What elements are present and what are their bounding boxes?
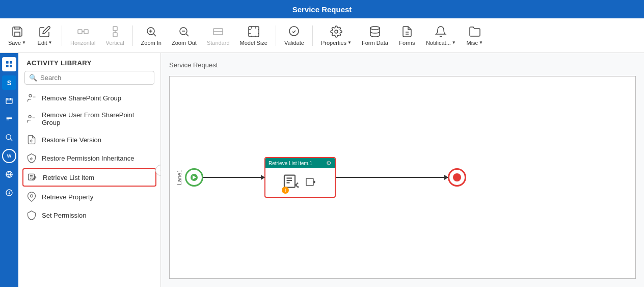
save-label: Save — [8, 40, 21, 46]
svg-line-32 — [10, 139, 12, 141]
nav-tasks-icon[interactable] — [2, 94, 16, 108]
save-icon — [11, 25, 23, 38]
svg-rect-3 — [113, 27, 117, 31]
sidebar-item-retrieve-list-item[interactable]: Retrieve List Item — [22, 168, 156, 187]
standard-button[interactable]: Standard — [203, 23, 234, 48]
restore-file-version-icon — [26, 135, 37, 145]
model-size-label: Model Size — [240, 40, 267, 46]
horizontal-button[interactable]: Horizontal — [66, 23, 100, 48]
divider-1 — [62, 25, 62, 46]
zoom-out-icon — [178, 25, 190, 38]
svg-point-39 — [29, 115, 31, 118]
zoom-in-button[interactable]: Zoom In — [137, 23, 166, 48]
svg-rect-4 — [113, 33, 117, 37]
nav-circle-icon[interactable] — [2, 186, 16, 200]
vertical-icon — [109, 25, 121, 38]
svg-point-17 — [370, 27, 380, 30]
notifications-button[interactable]: Notificat... ▼ — [422, 23, 460, 48]
vertical-label: Vertical — [106, 40, 124, 46]
misc-dropdown-icon: ▼ — [479, 40, 483, 45]
lane: Lane1 Retrieve List Item.1 ⚙ — [169, 76, 636, 279]
start-event[interactable] — [185, 168, 203, 187]
notifications-icon — [435, 25, 447, 38]
canvas: Service Request Lane1 Retrieve List Item… — [161, 53, 644, 287]
nav-heading-icon[interactable] — [2, 112, 16, 126]
forms-label: Forms — [399, 40, 415, 46]
flow-area: Retrieve List Item.1 ⚙ — [185, 76, 635, 278]
activity-library-sidebar: ACTIVITY LIBRARY 🔍 Remove SharePoint Gro… — [18, 53, 161, 287]
notifications-label: Notificat... — [426, 40, 451, 46]
end-event-inner — [453, 173, 461, 181]
model-size-button[interactable]: Model Size — [236, 23, 272, 48]
search-input[interactable] — [40, 74, 150, 82]
svg-rect-20 — [6, 61, 9, 64]
flow-arrow-2 — [336, 177, 448, 178]
save-button[interactable]: Save ▼ — [4, 23, 30, 48]
validate-button[interactable]: Validate — [280, 23, 308, 48]
end-event[interactable] — [448, 168, 466, 187]
nav-grid-icon[interactable] — [2, 57, 16, 71]
divider-3 — [276, 25, 276, 46]
form-data-button[interactable]: Form Data — [358, 23, 392, 48]
svg-rect-48 — [284, 175, 295, 187]
activity-node-main-icon: ! — [283, 173, 301, 193]
forms-icon — [401, 25, 413, 38]
activity-node-arrow-icon — [305, 176, 317, 190]
nav-sharepoint-icon[interactable]: S — [2, 75, 16, 90]
nav-globe-icon[interactable] — [2, 167, 16, 181]
nav-zoom-icon[interactable] — [2, 131, 16, 145]
set-permission-icon — [26, 210, 37, 220]
toolbar: Save ▼ Edit ▼ Horizontal Vertical Zoom I… — [0, 18, 644, 53]
properties-label: Properties — [321, 40, 346, 46]
validate-label: Validate — [284, 40, 304, 46]
activity-node-title: Retrieve List Item.1 — [269, 161, 312, 166]
start-event-inner — [191, 174, 198, 181]
standard-icon — [212, 25, 224, 38]
svg-point-16 — [335, 30, 338, 33]
svg-rect-22 — [6, 65, 9, 67]
sidebar-item-restore-permission-inheritance[interactable]: Restore Permission Inheritance — [18, 149, 160, 167]
svg-rect-21 — [10, 61, 12, 64]
misc-label: Misc — [466, 40, 478, 46]
svg-rect-52 — [306, 178, 313, 186]
zoom-out-label: Zoom Out — [172, 40, 197, 46]
edit-button[interactable]: Edit ▼ — [32, 23, 58, 48]
zoom-out-button[interactable]: Zoom Out — [168, 23, 201, 48]
sidebar-item-remove-user-sharepoint[interactable]: Remove User From SharePoint Group — [18, 107, 160, 131]
svg-point-31 — [6, 135, 11, 139]
forms-button[interactable]: Forms — [394, 23, 420, 48]
sidebar-item-restore-file-version[interactable]: Restore File Version — [18, 131, 160, 149]
standard-label: Standard — [207, 40, 230, 46]
save-dropdown-icon: ▼ — [22, 40, 26, 45]
svg-point-36 — [9, 193, 9, 194]
left-nav: S W — [0, 53, 18, 287]
svg-line-11 — [186, 34, 189, 36]
properties-button[interactable]: Properties ▼ — [317, 23, 356, 48]
svg-point-37 — [29, 94, 32, 97]
remove-user-sharepoint-icon — [26, 114, 37, 124]
sidebar-item-retrieve-property[interactable]: Retrieve Property — [18, 188, 160, 206]
svg-rect-15 — [249, 27, 259, 37]
retrieve-list-item-icon — [28, 172, 38, 182]
sidebar-item-label-retrieve-list-item: Retrieve List Item — [43, 174, 94, 181]
properties-dropdown-icon: ▼ — [347, 40, 352, 45]
vertical-button[interactable]: Vertical — [102, 23, 128, 48]
zoom-in-label: Zoom In — [141, 40, 162, 46]
sidebar-item-set-permission[interactable]: Set Permission — [18, 206, 160, 224]
svg-rect-0 — [78, 30, 82, 34]
sidebar-item-remove-sharepoint-group[interactable]: Remove SharePoint Group — [18, 89, 160, 107]
misc-button[interactable]: Misc ▼ — [462, 23, 488, 48]
activity-node-retrieve-list-item[interactable]: Retrieve List Item.1 ⚙ — [264, 157, 336, 198]
misc-icon — [469, 25, 481, 38]
svg-rect-1 — [84, 30, 88, 34]
activity-node-body: ! — [265, 168, 335, 197]
edit-dropdown-icon: ▼ — [48, 40, 52, 45]
form-data-label: Form Data — [362, 40, 388, 46]
horizontal-label: Horizontal — [70, 40, 96, 46]
activity-node-settings-icon[interactable]: ⚙ — [326, 160, 332, 167]
zoom-in-icon — [145, 25, 157, 38]
svg-rect-24 — [6, 98, 12, 104]
restore-permission-icon — [26, 153, 37, 163]
nav-wordpress-icon[interactable]: W — [2, 149, 16, 163]
form-data-icon — [369, 25, 381, 38]
